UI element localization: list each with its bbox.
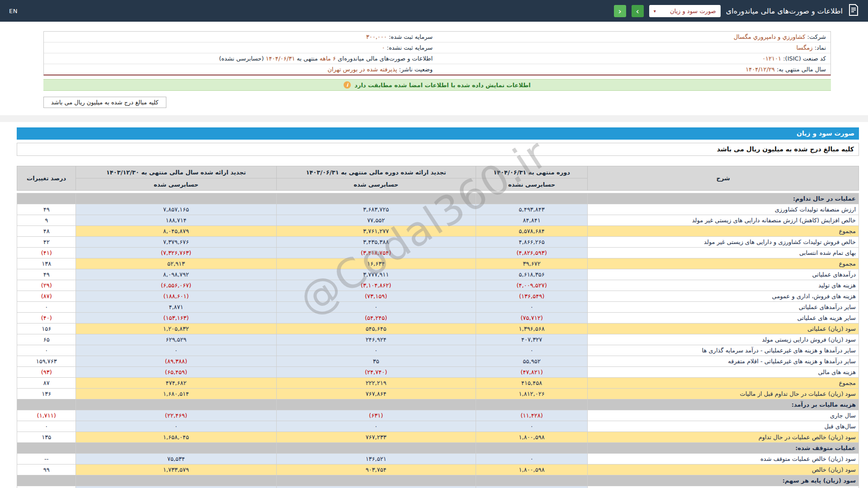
cell-description: سال‌های قبل	[588, 421, 859, 432]
cell-prior-year-value: (۱۵۳,۱۶۳)	[76, 313, 276, 324]
period-audit-status: (حسابرسی نشده)	[219, 55, 264, 62]
cell-prior-year-value: ۷,۳۷۹,۶۷۶	[76, 237, 276, 248]
cell-current-period-value: ۴۰۷,۳۲۷	[476, 334, 588, 345]
cell-prior-year-value: ۷۵,۵۳۴	[76, 454, 276, 465]
cell-description: عملیات در حال تداوم:	[588, 193, 859, 204]
cell-prior-period-value: ۰	[276, 302, 476, 313]
cell-prior-period-value: (۶۳۱)	[276, 410, 476, 421]
registered-capital-label: سرمایه ثبت شده:	[389, 33, 433, 40]
report-document-icon	[848, 4, 859, 18]
cell-prior-year-value: ۰	[76, 421, 276, 432]
cell-description: سود (زیان) فروش دارایی زیستی مولد	[588, 334, 859, 345]
section-header-row: عملیات در حال تداوم:	[17, 193, 859, 204]
report-type-dropdown[interactable]: صورت سود و زیان ▾	[649, 5, 721, 17]
cell-percent-change: ۱۵۶	[17, 486, 76, 488]
statement-row: هزینه های تولید(۴,۰۰۹,۵۲۷)(۳,۱۰۴,۸۶۲)(۶,…	[17, 280, 859, 291]
units-note-row: کلیه مبالغ درج شده به میلیون ریال می باش…	[0, 97, 868, 108]
cell-prior-period-value: (۲۴,۷۴۰)	[276, 367, 476, 378]
cell-description: سود (زیان) خالص	[588, 465, 859, 475]
cell-prior-year-value: ۵۲,۹۱۳	[76, 258, 276, 269]
cell-percent-change: ۴۹	[17, 204, 76, 215]
period-ending-text: منتهی به	[297, 55, 318, 62]
statement-row: سال جاری(۱۱,۴۲۸)(۶۳۱)(۲۲,۴۶۹)(۱,۷۱۱)	[17, 410, 859, 421]
col-subheader-audited-year: حسابرسی شده	[76, 178, 276, 191]
info-icon: i	[344, 81, 351, 89]
cell-prior-year-value: ۱,۶۵۸,۰۴۵	[76, 432, 276, 443]
language-toggle-en[interactable]: EN	[9, 8, 18, 14]
cell-current-period-value	[476, 475, 588, 486]
cell-description: هزینه های فروش، اداری و عمومی	[588, 291, 859, 302]
statement-row: سود (زیان) عملیات در حال تداوم قبل از ما…	[17, 389, 859, 399]
cell-prior-period-value: ۱۳۶,۵۲۱	[276, 454, 476, 465]
issuer-status-field: وضعیت ناشر: پذیرفته شده در بورس تهران	[44, 64, 437, 75]
cell-prior-year-value: (۶,۵۵۶,۰۶۷)	[76, 280, 276, 291]
previous-report-button[interactable]: ‹	[614, 5, 626, 17]
cell-prior-year-value	[76, 443, 276, 454]
cell-percent-change	[17, 475, 76, 486]
col-header-prior-period: تجدید ارائه شده دوره مالی منتهی به ۱۴۰۳/…	[276, 166, 476, 178]
chevron-down-icon: ▾	[654, 9, 656, 14]
cell-prior-period-value: ۲۴۶,۹۲۴	[276, 334, 476, 345]
cell-prior-period-value: ۷۶۷,۲۳۳	[276, 432, 476, 443]
cell-prior-year-value: (۸۹,۳۸۸)	[76, 356, 276, 367]
cell-prior-year-value: ۴,۸۷۱	[76, 302, 276, 313]
registered-capital-value: ۳۰۰,۰۰۰	[366, 33, 387, 40]
cell-percent-change	[17, 193, 76, 204]
cell-current-period-value	[476, 399, 588, 410]
chevron-right-icon: ›	[636, 5, 639, 17]
company-info-row: کد صنعت (ISIC): ۰۱۲۱۰۱ اطلاعات و صورت‌ها…	[44, 53, 830, 64]
isic-code-label: کد صنعت (ISIC):	[783, 55, 826, 62]
cell-prior-period-value: ۱,۸۱۹	[276, 486, 476, 488]
cell-description: خالص افزایش (کاهش) ارزش منصفانه دارایی ه…	[588, 215, 859, 226]
cell-current-period-value: ۴,۸۶۶,۲۶۵	[476, 237, 588, 248]
cell-description: سایر هزینه های عملیاتی	[588, 313, 859, 324]
cell-description: هزینه های تولید	[588, 280, 859, 291]
issuer-status-value: پذیرفته شده در بورس تهران	[328, 66, 397, 73]
isic-code-field: کد صنعت (ISIC): ۰۱۲۱۰۱	[437, 53, 830, 64]
company-info-panel: شرکت: کشاورزي و دامپروري مگسال سرمایه ثب…	[43, 31, 831, 75]
statement-row: مجموع۵,۵۷۸,۶۸۴۳,۷۶۱,۲۷۷۸,۰۴۵,۸۷۹۴۸	[17, 226, 859, 237]
cell-description: هزینه مالیات بر درآمد:	[588, 399, 859, 410]
signature-match-banner: اطلاعات نمایش داده شده با اطلاعات امضا ش…	[43, 79, 831, 91]
cell-percent-change: (۸۷)	[17, 291, 76, 302]
cell-current-period-value	[476, 443, 588, 454]
cell-description: عملیات متوقف شده:	[588, 443, 859, 454]
cell-current-period-value: (۴۷,۸۲۱)	[476, 367, 588, 378]
cell-percent-change: ۸۷	[17, 378, 76, 389]
isic-code-value: ۰۱۲۱۰۱	[762, 55, 781, 62]
statement-row: سود (زیان) خالص۱,۸۰۰,۵۹۸۹۰۳,۷۵۴۱,۷۳۳,۵۷۹…	[17, 465, 859, 475]
statement-row: مجموع۳۹,۶۷۲۱۶,۶۳۴۵۲,۹۱۳۱۳۸	[17, 258, 859, 269]
statement-period-field: اطلاعات و صورت‌های مالی میاندوره‌ای ۶ ما…	[44, 53, 437, 64]
cell-prior-year-value: ۷,۸۵۷,۱۶۵	[76, 204, 276, 215]
cell-current-period-value: ۰	[476, 454, 588, 465]
section-header-row: سود (زیان) پایه هر سهم:	[17, 475, 859, 486]
next-report-button[interactable]: ›	[632, 5, 644, 17]
cell-prior-period-value: ۷۶۷,۸۶۴	[276, 389, 476, 399]
cell-percent-change: (۱,۷۱۱)	[17, 410, 76, 421]
cell-current-period-value: ۱,۸۰۰,۵۹۸	[476, 432, 588, 443]
cell-description: مجموع	[588, 378, 859, 389]
cell-prior-year-value: ۱,۲۰۵,۸۳۲	[76, 324, 276, 334]
cell-prior-period-value: ۷۷,۵۵۲	[276, 215, 476, 226]
statement-row: ارزش منصفانه تولیدات کشاورزی۵,۴۹۳,۸۴۳۳,۶…	[17, 204, 859, 215]
cell-percent-change: ۶۵	[17, 334, 76, 345]
cell-prior-period-value: ۰	[276, 421, 476, 432]
cell-current-period-value: ۱,۳۹۶,۵۶۸	[476, 324, 588, 334]
period-end-date: ۱۴۰۴/۰۶/۳۱	[266, 55, 295, 62]
statement-row: سایر درآمدها و هزینه های غیرعملیاتی - در…	[17, 345, 859, 356]
cell-description: هزینه های مالی	[588, 367, 859, 378]
statement-row: سال‌های قبل۰۰۰۰	[17, 421, 859, 432]
cell-percent-change: (۹۳)	[17, 367, 76, 378]
cell-prior-year-value: ۱,۷۳۳,۵۷۹	[76, 465, 276, 475]
col-header-description: شرح	[588, 166, 859, 191]
cell-description: سود (زیان) خالص عملیات متوقف شده	[588, 454, 859, 465]
issuer-status-label: وضعیت ناشر:	[399, 66, 433, 73]
cell-prior-year-value: ۱,۶۸۰,۵۱۴	[76, 389, 276, 399]
cell-percent-change: ۹	[17, 215, 76, 226]
cell-prior-period-value: ۵۴۵,۶۴۵	[276, 324, 476, 334]
cell-prior-period-value: (۷۳,۱۵۹)	[276, 291, 476, 302]
fiscal-year-end-label: سال مالی منتهی به:	[777, 66, 826, 73]
cell-percent-change: ۱۳۸	[17, 258, 76, 269]
cell-prior-period-value: ۳۵	[276, 356, 476, 367]
cell-current-period-value: ۵۵,۹۵۲	[476, 356, 588, 367]
